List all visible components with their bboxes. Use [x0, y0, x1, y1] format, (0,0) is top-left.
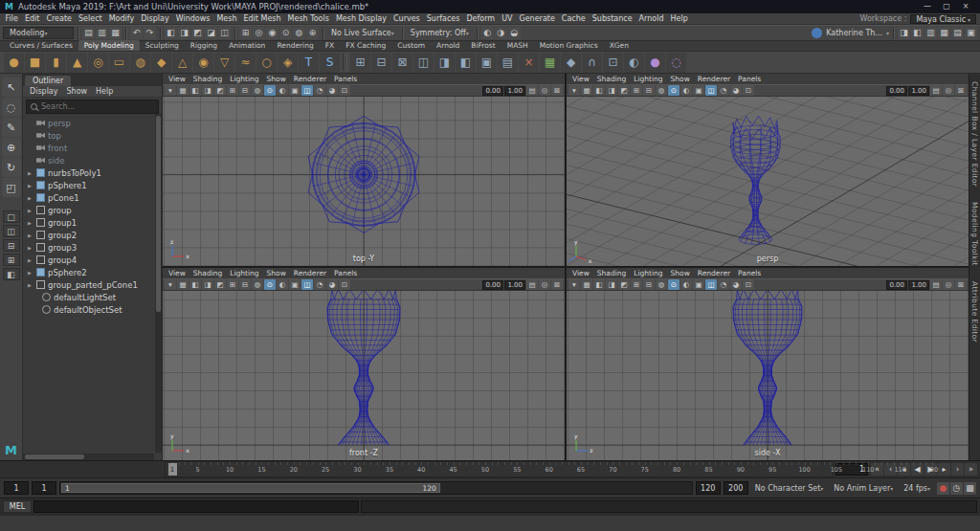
menu-help[interactable]: Help [667, 13, 691, 25]
toggle-modeling-toolkit-button[interactable]: ▦ [938, 27, 950, 39]
viewport-tool-icon[interactable]: ⊞ [631, 279, 642, 290]
viewport-canvas-side[interactable]: side -Xzy [567, 291, 969, 460]
outliner-menu-show[interactable]: Show [63, 87, 92, 96]
viewport-tool-icon[interactable]: ◔ [314, 279, 325, 290]
viewport-tool-icon[interactable]: ⊠ [955, 279, 967, 290]
viewport-menu-shading[interactable]: Shading [189, 269, 226, 277]
viewport-tool-icon[interactable]: ⊙ [264, 279, 276, 290]
mirror-shelf-button[interactable]: ◐ [624, 53, 644, 73]
viewport-tool-icon[interactable]: ◐ [680, 85, 692, 96]
animation-start-field[interactable]: 1 [4, 481, 29, 495]
viewport-tool-icon[interactable]: ⊟ [643, 279, 655, 290]
viewport-tool-icon[interactable]: ◐ [277, 279, 288, 290]
viewport-menu-renderer[interactable]: Renderer [290, 75, 330, 83]
viewport-exposure-field[interactable]: 0.00 [886, 280, 907, 290]
sculpt-tool-shelf-button[interactable]: ● [645, 53, 665, 73]
viewport-tool-icon[interactable]: ▤ [930, 279, 942, 290]
snap-to-view-plane-button[interactable]: ◍ [293, 27, 305, 39]
viewport-tool-icon[interactable]: ◎ [943, 279, 954, 290]
viewport-tool-icon[interactable]: ◕ [326, 85, 338, 96]
viewport-tool-icon[interactable]: ◔ [718, 85, 729, 96]
viewport-tool-icon[interactable]: ◐ [680, 279, 692, 290]
viewport-gamma-field[interactable]: 1.00 [504, 86, 525, 96]
menu-arnold[interactable]: Arnold [635, 13, 667, 25]
sidebar-tab-attribute-editor[interactable]: Attribute Editor [970, 281, 979, 343]
viewport-tool-icon[interactable]: ⊞ [227, 85, 238, 96]
viewport-tool-icon[interactable]: ▦ [581, 85, 592, 96]
viewport-exposure-field[interactable]: 0.00 [886, 86, 907, 96]
viewport-exposure-field[interactable]: 0.00 [482, 86, 503, 96]
viewport-menu-lighting[interactable]: Lighting [630, 269, 666, 277]
extrude-shelf-button[interactable]: ⊡ [603, 53, 623, 73]
shelf-tab-custom[interactable]: Custom [391, 40, 431, 51]
viewport-exposure-field[interactable]: 0.00 [482, 280, 503, 290]
viewport-menu-view[interactable]: View [568, 75, 593, 83]
outliner-item-psphere2[interactable]: ▶pSphere2 [23, 266, 154, 278]
outliner-item-group1[interactable]: ▶group1 [23, 216, 154, 229]
outliner-item-nurbstopoly1[interactable]: ▶nurbsToPoly1 [23, 166, 154, 179]
range-slider-handle[interactable]: 1 120 [61, 483, 440, 493]
viewport-tool-icon[interactable]: ◍ [656, 279, 667, 290]
menu-modify[interactable]: Modify [105, 13, 138, 25]
menu-curves[interactable]: Curves [390, 13, 423, 25]
animation-end-field[interactable]: 200 [724, 481, 748, 495]
viewport-tool-icon[interactable]: ◕ [326, 279, 338, 290]
viewport-tool-icon[interactable]: ▾ [568, 85, 580, 96]
smooth-brush-shelf-button[interactable]: ◌ [666, 53, 686, 73]
auto-keyframe-button[interactable]: ● [937, 482, 949, 495]
viewport-tool-icon[interactable]: ▣ [289, 279, 301, 290]
viewport-tool-icon[interactable]: ⊟ [239, 85, 251, 96]
viewport-tool-icon[interactable]: ⊡ [743, 279, 754, 290]
expander-icon[interactable]: ▶ [28, 170, 33, 176]
poly-prism-shelf-button[interactable]: ▽ [214, 53, 234, 73]
anim-layer-dropdown[interactable]: No Anim Layer [830, 484, 897, 493]
scale-tool[interactable]: ◰ [2, 178, 21, 197]
viewport-tool-icon[interactable]: ⊟ [643, 85, 655, 96]
shelf-tab-arnold[interactable]: Arnold [431, 40, 465, 51]
viewport-menu-view[interactable]: View [165, 269, 189, 277]
menu-cache[interactable]: Cache [558, 13, 589, 25]
menu-surfaces[interactable]: Surfaces [423, 13, 463, 25]
toggle-script-editor-button[interactable]: ▣ [965, 27, 977, 39]
viewport-tool-icon[interactable]: ◍ [252, 85, 263, 96]
viewport-tool-icon[interactable]: ◨ [606, 279, 617, 290]
open-scene-button[interactable]: ▥ [96, 27, 108, 39]
outliner-item-persp[interactable]: persp [23, 117, 154, 129]
boolean-intersection-shelf-button[interactable]: ⊠ [392, 53, 412, 73]
outliner-menu-help[interactable]: Help [92, 87, 117, 96]
viewport-menu-show[interactable]: Show [263, 75, 290, 83]
layout-two-panes-side[interactable]: ◫ [3, 225, 20, 237]
viewport-tool-icon[interactable]: ⊞ [631, 85, 642, 96]
toggle-attribute-editor-button[interactable]: ◨ [898, 27, 910, 39]
expander-icon[interactable]: ▶ [28, 257, 33, 263]
menu-edit-mesh[interactable]: Edit Mesh [240, 13, 284, 25]
menu-uv[interactable]: UV [499, 13, 516, 25]
outliner-item-group4[interactable]: ▶group4 [23, 254, 154, 266]
poly-sphere-shelf-button[interactable]: ● [4, 53, 24, 73]
outliner-item-side[interactable]: side [23, 154, 154, 166]
outliner-search-input[interactable]: Search... [26, 100, 159, 114]
viewport-menu-lighting[interactable]: Lighting [226, 269, 262, 277]
toggle-outliner-button[interactable]: ▤ [951, 27, 964, 39]
paint-select-tool[interactable]: ✎ [2, 118, 21, 137]
viewport-tool-icon[interactable]: ▾ [568, 279, 580, 290]
scrollbar-thumb[interactable] [156, 116, 161, 312]
select-objects-button[interactable]: ◨ [178, 27, 190, 39]
viewport-tool-icon[interactable]: ⊠ [551, 85, 563, 96]
viewport-tool-icon[interactable]: ▤ [526, 279, 538, 290]
outliner-item-group2[interactable]: ▶group2 [23, 229, 154, 241]
maximize-button[interactable]: ▢ [937, 0, 956, 13]
open-render-view-button[interactable]: ◐ [481, 27, 494, 39]
command-language-button[interactable]: MEL [3, 500, 32, 513]
viewport-menu-renderer[interactable]: Renderer [694, 269, 734, 277]
expander-icon[interactable]: ▶ [28, 208, 33, 213]
viewport-tool-icon[interactable]: ▣ [693, 279, 704, 290]
viewport-tool-icon[interactable]: ⊟ [239, 279, 251, 290]
boolean-difference-shelf-button[interactable]: ⊟ [371, 53, 391, 73]
snap-to-projected-center-button[interactable]: ⊙ [279, 27, 292, 39]
layout-single-pane[interactable]: □ [3, 210, 20, 223]
viewport-menu-show[interactable]: Show [263, 269, 290, 277]
workspace-dropdown[interactable]: Maya Classic [910, 14, 976, 24]
combine-shelf-button[interactable]: ◫ [413, 53, 434, 73]
viewport-tool-icon[interactable]: ◨ [606, 85, 617, 96]
